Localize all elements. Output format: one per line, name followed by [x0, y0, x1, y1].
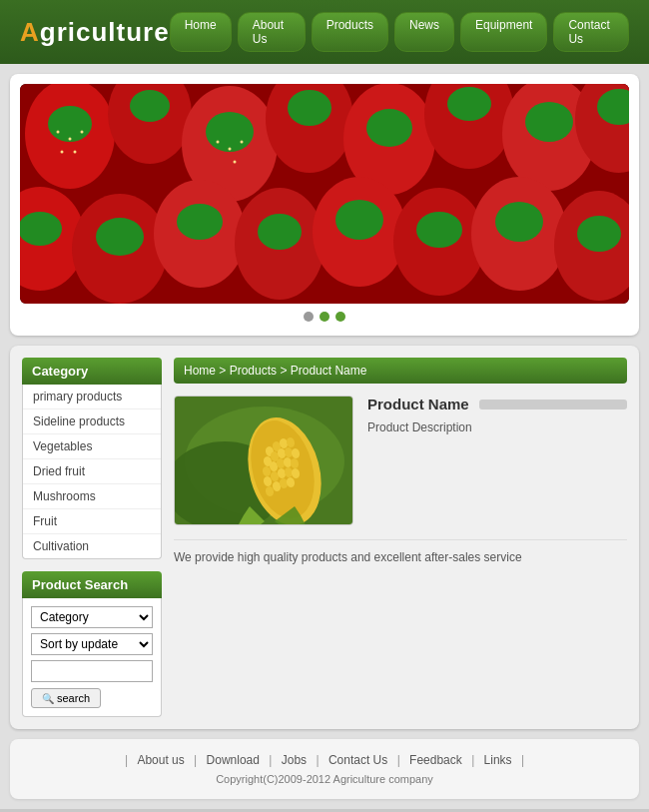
content-area: Category primary products Sideline produ…	[10, 346, 639, 729]
header: Agriculture HomeAbout UsProductsNewsEqui…	[0, 0, 649, 64]
svg-point-14	[525, 102, 573, 142]
svg-point-33	[69, 138, 72, 141]
svg-point-12	[447, 87, 491, 121]
svg-point-4	[130, 90, 170, 122]
product-image	[174, 396, 353, 525]
sort-select[interactable]: Sort by update	[31, 633, 153, 655]
category-item-sideline[interactable]: Sideline products	[23, 409, 161, 434]
copyright: Copyright(C)2009-2012 Agriculture compan…	[20, 773, 629, 785]
main-content: Home > Products > Product Name	[174, 358, 627, 717]
category-item-vegetables[interactable]: Vegetables	[23, 434, 161, 459]
tagline: We provide high quality products and exc…	[174, 539, 627, 564]
footer-sep-2: |	[269, 753, 272, 767]
footer-sep-end: |	[521, 753, 524, 767]
category-item-mushrooms[interactable]: Mushrooms	[23, 484, 161, 509]
product-name: Product Name	[367, 396, 627, 412]
category-item-dried[interactable]: Dried fruit	[23, 459, 161, 484]
footer-sep-3: |	[316, 753, 319, 767]
sidebar: Category primary products Sideline produ…	[22, 358, 162, 717]
footer-link-download[interactable]: Download	[207, 753, 260, 767]
svg-point-36	[74, 151, 77, 154]
svg-point-39	[241, 141, 244, 144]
footer-link-jobs[interactable]: Jobs	[282, 753, 307, 767]
svg-point-35	[57, 131, 60, 134]
nav-btn-contact[interactable]: Contact Us	[553, 12, 629, 52]
svg-point-18	[20, 212, 62, 246]
corn-svg	[175, 397, 352, 524]
footer: | About us | Download | Jobs | Contact U…	[10, 739, 639, 799]
svg-point-2	[48, 106, 92, 142]
dot-2[interactable]	[320, 312, 329, 322]
search-input[interactable]	[31, 660, 153, 682]
svg-point-8	[288, 90, 331, 126]
svg-point-30	[495, 202, 543, 242]
category-item-cultivation[interactable]: Cultivation	[23, 534, 161, 558]
carousel-dots	[20, 304, 629, 326]
product-description: Product Description	[367, 420, 627, 434]
product-area: Product Name Product Description	[174, 396, 627, 525]
banner-svg	[20, 84, 629, 304]
category-item-fruit[interactable]: Fruit	[23, 509, 161, 534]
search-section-title: Product Search	[22, 571, 162, 598]
banner-image	[20, 84, 629, 304]
product-info: Product Name Product Description	[367, 396, 627, 525]
footer-sep-1: |	[194, 753, 197, 767]
dot-1[interactable]	[304, 312, 314, 322]
logo-accent: A	[20, 17, 40, 47]
category-list: primary products Sideline products Veget…	[22, 385, 162, 559]
footer-link-about[interactable]: About us	[137, 753, 184, 767]
footer-sep-5: |	[471, 753, 474, 767]
svg-point-41	[234, 161, 237, 164]
category-select[interactable]: Category	[31, 606, 153, 628]
svg-point-37	[61, 151, 64, 154]
nav-btn-news[interactable]: News	[394, 12, 454, 52]
footer-sep-start: |	[125, 753, 128, 767]
logo-text: griculture	[40, 17, 170, 47]
nav-btn-home[interactable]: Home	[170, 12, 232, 52]
footer-link-feedback[interactable]: Feedback	[409, 753, 462, 767]
breadcrumb: Home > Products > Product Name	[174, 358, 627, 384]
dot-3[interactable]	[335, 312, 345, 322]
nav-btn-about[interactable]: About Us	[238, 12, 306, 52]
svg-point-38	[229, 148, 232, 151]
svg-point-22	[177, 204, 223, 240]
svg-point-26	[335, 200, 383, 240]
svg-point-10	[366, 109, 412, 147]
category-item-primary[interactable]: primary products	[23, 385, 161, 409]
svg-point-34	[81, 131, 84, 134]
search-button[interactable]: 🔍 search	[31, 688, 101, 708]
svg-point-6	[206, 112, 254, 152]
footer-link-links[interactable]: Links	[484, 753, 512, 767]
product-name-text: Product Name	[367, 396, 469, 412]
svg-point-40	[217, 141, 220, 144]
navigation: HomeAbout UsProductsNewsEquipmentContact…	[170, 12, 629, 52]
svg-point-28	[416, 212, 462, 248]
svg-point-20	[96, 218, 144, 256]
svg-point-32	[577, 216, 621, 252]
main-container: Category primary products Sideline produ…	[0, 64, 649, 809]
search-section: Product Search Category Sort by update 🔍…	[22, 571, 162, 717]
nav-btn-equipment[interactable]: Equipment	[460, 12, 547, 52]
search-body: Category Sort by update 🔍 search	[22, 598, 162, 717]
category-section-title: Category	[22, 358, 162, 385]
svg-point-24	[258, 214, 302, 250]
search-icon: 🔍	[42, 693, 54, 704]
product-name-decoration	[479, 400, 627, 409]
nav-btn-products[interactable]: Products	[312, 12, 388, 52]
footer-links: | About us | Download | Jobs | Contact U…	[20, 753, 629, 767]
footer-sep-4: |	[397, 753, 400, 767]
search-button-label: search	[57, 692, 90, 704]
banner-area	[10, 74, 639, 336]
footer-link-contact[interactable]: Contact Us	[328, 753, 387, 767]
logo: Agriculture	[20, 17, 170, 48]
content-inner: Category primary products Sideline produ…	[22, 358, 627, 717]
